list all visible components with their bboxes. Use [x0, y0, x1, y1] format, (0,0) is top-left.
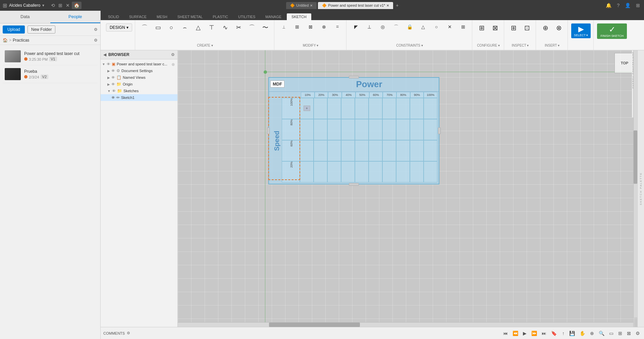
- cell-80-50[interactable]: [355, 119, 369, 140]
- tab-untitled[interactable]: 🔶 Untitled ✕: [286, 2, 317, 9]
- cell-100-90[interactable]: [410, 98, 424, 119]
- tb-midpoint-btn[interactable]: ⌒: [390, 23, 402, 30]
- timeline-marker-icon[interactable]: 🔖: [550, 330, 558, 337]
- cell-20-30[interactable]: [327, 161, 341, 182]
- cell-80-40[interactable]: [341, 119, 355, 140]
- select2-icon[interactable]: ▭: [608, 330, 615, 337]
- cell-20-70[interactable]: [382, 161, 396, 182]
- browser-item-doc-settings[interactable]: ▶ 👁 ⚙ Document Settings: [101, 67, 177, 74]
- cell-100-50[interactable]: [355, 98, 369, 119]
- tab-utilities[interactable]: UTILITIES: [233, 13, 260, 20]
- file-item-prueba[interactable]: Prueba 2/3/24 V2: [3, 65, 98, 83]
- cell-100-10[interactable]: ⚙: [300, 98, 314, 119]
- tb-poly-btn[interactable]: △: [192, 23, 204, 32]
- profile-icon[interactable]: 👤: [624, 2, 632, 9]
- cell-60-20[interactable]: [314, 140, 327, 161]
- zoom-icon[interactable]: ⊕: [589, 330, 595, 337]
- file-item-laser[interactable]: Power and speed test laser cut 3:25:30 P…: [3, 48, 98, 65]
- playback-next-btn[interactable]: ⏩: [530, 330, 538, 337]
- tb-collinear-btn[interactable]: ⊥: [363, 23, 375, 30]
- nav-back-icon[interactable]: ⟲: [50, 2, 56, 9]
- cell-100-70[interactable]: [382, 98, 396, 119]
- tb-arc-btn[interactable]: ⌢: [179, 23, 191, 32]
- cell-60-80[interactable]: [396, 140, 410, 161]
- tb-inspect1-btn[interactable]: ⊞: [507, 23, 520, 32]
- cell-60-70[interactable]: [382, 140, 396, 161]
- cell-80-20[interactable]: [314, 119, 327, 140]
- more-icon[interactable]: ⊠: [626, 330, 632, 337]
- tb-perp-btn[interactable]: ○: [430, 23, 442, 30]
- tb-concentric-btn[interactable]: ◎: [377, 23, 389, 30]
- cell-80-90[interactable]: [410, 119, 424, 140]
- cell-80-60[interactable]: [369, 119, 382, 140]
- named-views-eye-icon[interactable]: 👁: [111, 75, 115, 79]
- tb-construct-btn[interactable]: ⊤: [206, 23, 218, 32]
- tb-coincident-btn[interactable]: ◤: [350, 23, 362, 30]
- select-btn[interactable]: ▶ SELECT ▾: [571, 23, 591, 38]
- tb-circle-btn[interactable]: ○: [165, 23, 177, 32]
- browser-collapse-icon[interactable]: ◀: [103, 52, 106, 57]
- tab-manage[interactable]: MANAGE: [261, 13, 286, 20]
- cell-100-20[interactable]: [314, 98, 327, 119]
- tb-insert1-btn[interactable]: ⊕: [539, 23, 551, 32]
- finish-sketch-btn[interactable]: ✓ FINISH SKETCH: [597, 23, 627, 39]
- tab-active[interactable]: 🔶 Power and speed test laser cut v1* ✕: [318, 2, 393, 9]
- left-handle[interactable]: [267, 127, 270, 134]
- breadcrumb-home-icon[interactable]: 🏠: [3, 38, 8, 43]
- pan-icon[interactable]: ✋: [578, 330, 587, 337]
- notification-icon[interactable]: 🔔: [604, 2, 613, 9]
- tb-trim-btn[interactable]: ⊞: [291, 23, 303, 30]
- doc-settings-eye-icon[interactable]: 👁: [111, 69, 115, 73]
- root-eye-icon[interactable]: 👁: [107, 62, 110, 66]
- sketches-eye-icon[interactable]: 👁: [112, 89, 116, 93]
- cell-60-40[interactable]: [341, 140, 355, 161]
- snap-icon[interactable]: ↑: [561, 330, 566, 337]
- tb-insert2-btn[interactable]: ⊗: [553, 23, 565, 32]
- cell-20-10[interactable]: [300, 161, 314, 182]
- tb-configure2-btn[interactable]: ⊠: [489, 23, 501, 32]
- browser-settings-icon[interactable]: ⚙: [171, 52, 175, 57]
- cell-60-60[interactable]: [369, 140, 382, 161]
- tb-fix-btn[interactable]: 🔒: [404, 23, 416, 30]
- tb-equal-btn[interactable]: =: [331, 23, 343, 30]
- tab-solid[interactable]: SOLID: [103, 13, 124, 20]
- cell-100-100[interactable]: [424, 98, 437, 119]
- playback-first-btn[interactable]: ⏮: [502, 330, 509, 337]
- tab-mesh[interactable]: MESH: [152, 13, 172, 20]
- tab-plastic[interactable]: PLASTIC: [208, 13, 233, 20]
- cell-60-50[interactable]: [355, 140, 369, 161]
- tab-sheetmetal[interactable]: SHEET METAL: [173, 13, 207, 20]
- cell-80-10[interactable]: [300, 119, 314, 140]
- browser-item-root[interactable]: ▼ 👁 ▣ Power and speed test laser c... ◎: [101, 61, 177, 67]
- origin-eye-icon[interactable]: 👁: [111, 82, 115, 86]
- browser-item-origin[interactable]: ▶ 👁 📁 Origin: [101, 81, 177, 88]
- cell-60-10[interactable]: [300, 140, 314, 161]
- browser-item-sketches[interactable]: ▼ 👁 📁 Sketches: [101, 88, 177, 94]
- cell-20-80[interactable]: [396, 161, 410, 182]
- tab-data[interactable]: Data: [0, 11, 50, 23]
- horizontal-scrollbar[interactable]: [178, 322, 633, 327]
- new-folder-button[interactable]: New Folder: [28, 25, 55, 34]
- tab-people[interactable]: People: [50, 11, 101, 23]
- tb-parallel-btn[interactable]: △: [417, 23, 429, 30]
- tb-fillet2-btn[interactable]: ⟂: [278, 23, 290, 30]
- tb-break-btn[interactable]: ⊗: [318, 23, 330, 30]
- sketch-container[interactable]: MDF Power 10% 20% 30% 40% 50%: [268, 77, 439, 184]
- grid-icon[interactable]: ⊞: [617, 330, 624, 337]
- vertical-scrollbar-thumb[interactable]: [634, 130, 637, 184]
- tb-fillet-btn[interactable]: ✂: [232, 23, 245, 32]
- user-dropdown-icon[interactable]: ▾: [42, 3, 44, 8]
- bottom-handle[interactable]: [349, 183, 359, 186]
- cell-20-20[interactable]: [314, 161, 327, 182]
- tb-configure1-btn[interactable]: ⊞: [476, 23, 488, 32]
- right-handle[interactable]: [438, 127, 441, 134]
- nav-close-icon[interactable]: ✕: [64, 2, 71, 9]
- new-tab-btn[interactable]: +: [394, 2, 400, 9]
- tb-tangent-btn[interactable]: ⊞: [457, 23, 469, 30]
- cell-20-60[interactable]: [369, 161, 382, 182]
- playback-play-btn[interactable]: ▶: [522, 330, 528, 337]
- cell-100-30[interactable]: [327, 98, 341, 119]
- save-icon[interactable]: 💾: [568, 330, 576, 337]
- nav-grid-icon[interactable]: ⊞: [57, 2, 64, 9]
- tb-inspect2-btn[interactable]: ⊡: [521, 23, 533, 32]
